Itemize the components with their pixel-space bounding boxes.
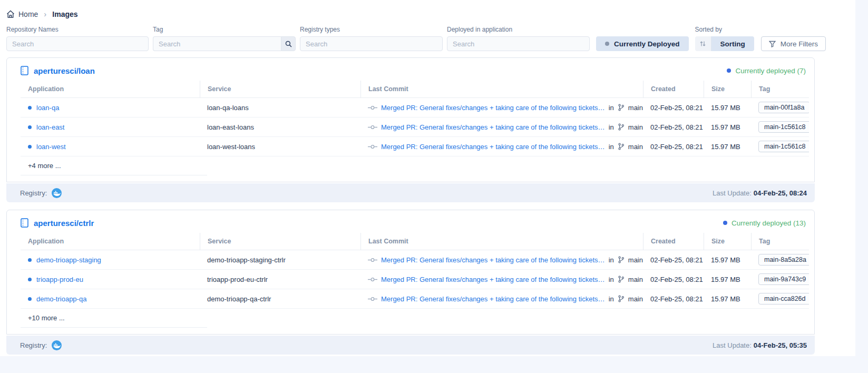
git-commit-icon: [368, 277, 377, 282]
size-value: 15.97 MB: [704, 276, 751, 283]
show-more-row[interactable]: +10 more ...: [21, 309, 207, 328]
registry-label: Registry:: [20, 341, 47, 349]
table-body: loan-qa loan-qa-loans Merged PR: General…: [21, 98, 809, 156]
application-link[interactable]: loan-qa: [36, 104, 59, 112]
table-row: loan-west loan-west-loans Merged PR: Gen…: [21, 137, 809, 156]
git-branch-icon: [618, 123, 625, 131]
in-label: in: [609, 276, 614, 283]
last-commit-cell: Merged PR: General fixes/changes + takin…: [360, 123, 643, 131]
last-update: Last Update:04-Feb-25, 05:35: [713, 341, 807, 349]
in-label: in: [609, 256, 614, 264]
commit-message-link[interactable]: Merged PR: General fixes/changes + takin…: [381, 104, 605, 112]
last-commit-cell: Merged PR: General fixes/changes + takin…: [360, 143, 643, 151]
tag-input[interactable]: [153, 36, 281, 51]
last-commit-cell: Merged PR: General fixes/changes + takin…: [360, 256, 643, 264]
deployed-status-label: Currently deployed (13): [732, 219, 806, 227]
repository-icon: [21, 218, 28, 228]
branch-name: main: [628, 276, 643, 283]
sorting-label: Sorting: [711, 36, 754, 51]
breadcrumb-home-link[interactable]: Home: [6, 10, 38, 18]
col-header-created: Created: [643, 233, 704, 250]
git-branch-icon: [618, 256, 625, 263]
tag-badge: main-1c561c8: [758, 141, 809, 152]
commit-message-link[interactable]: Merged PR: General fixes/changes + takin…: [381, 295, 605, 303]
git-commit-icon: [368, 258, 377, 262]
created-value: 02-Feb-25, 08:21: [643, 143, 704, 151]
docker-registry-icon: [52, 340, 62, 350]
application-link[interactable]: loan-east: [36, 123, 64, 131]
application-link[interactable]: trioapp-prod-eu: [36, 276, 83, 283]
branch-name: main: [628, 256, 643, 264]
commit-message-link[interactable]: Merged PR: General fixes/changes + takin…: [381, 276, 605, 283]
git-branch-icon: [618, 276, 625, 283]
git-commit-icon: [368, 144, 377, 149]
application-link[interactable]: demo-trioapp-staging: [36, 256, 101, 264]
images-table: Application Service Last Commit Created …: [21, 81, 809, 182]
col-header-tag: Tag: [751, 233, 809, 250]
git-commit-icon: [368, 297, 377, 301]
last-update-label: Last Update:: [713, 189, 752, 197]
col-header-last-commit: Last Commit: [360, 233, 643, 250]
repository-name-link[interactable]: aperturesci/loan: [34, 66, 95, 75]
table-row: trioapp-prod-eu trioapp-prod-eu-ctrlr Me…: [21, 270, 809, 289]
application-link[interactable]: loan-west: [36, 143, 66, 151]
tag-badge: main-00f1a8a: [758, 102, 809, 113]
commit-message-link[interactable]: Merged PR: General fixes/changes + takin…: [381, 256, 605, 264]
last-commit-cell: Merged PR: General fixes/changes + takin…: [360, 276, 643, 283]
page-container: Home › Images Repository Names Tag: [0, 0, 855, 356]
service-name: loan-west-loans: [200, 143, 360, 151]
application-dot-icon: [28, 297, 32, 301]
registry-types-input[interactable]: [300, 36, 443, 51]
card-footer: Registry: Last Update:04: [6, 183, 815, 202]
deployed-in-application-input[interactable]: [447, 36, 590, 51]
sorting-control[interactable]: Sorting: [695, 36, 754, 51]
repository-icon: [21, 66, 28, 75]
commit-message-link[interactable]: Merged PR: General fixes/changes + takin…: [381, 123, 605, 131]
last-update: Last Update:04-Feb-25, 08:24: [713, 189, 807, 197]
repository-name-link[interactable]: aperturesci/ctrlr: [34, 219, 94, 228]
last-update-label: Last Update:: [713, 341, 752, 349]
tag-badge: main-cca826d: [758, 293, 809, 305]
deployed-in-application-label: Deployed in application: [447, 26, 590, 33]
registry-info: Registry:: [20, 188, 62, 198]
git-branch-icon: [618, 104, 625, 111]
table-row: loan-qa loan-qa-loans Merged PR: General…: [21, 98, 809, 117]
branch-name: main: [628, 104, 643, 112]
repository-names-input[interactable]: [6, 36, 149, 51]
repository-card: aperturesci/loan Currently deployed (7) …: [6, 57, 815, 202]
application-link[interactable]: demo-trioapp-qa: [36, 295, 86, 303]
filter-deployed-in-application: Deployed in application: [447, 26, 590, 51]
application-dot-icon: [28, 258, 32, 262]
service-name: demo-trioapp-qa-ctrlr: [200, 295, 360, 303]
status-dot-icon: [723, 221, 727, 225]
commit-message-link[interactable]: Merged PR: General fixes/changes + takin…: [381, 143, 605, 151]
col-header-service: Service: [200, 81, 360, 97]
created-value: 02-Feb-25, 08:21: [643, 295, 704, 303]
funnel-icon: [769, 41, 776, 47]
col-header-application: Application: [21, 81, 200, 97]
status-dot-icon: [727, 68, 731, 73]
sort-direction-icon: [695, 36, 711, 51]
tag-search-button[interactable]: [281, 36, 296, 51]
filter-tag: Tag: [153, 26, 296, 51]
registry-info: Registry:: [20, 340, 62, 350]
in-label: in: [609, 143, 614, 151]
last-commit-cell: Merged PR: General fixes/changes + takin…: [360, 104, 643, 112]
table-header-row: Application Service Last Commit Created …: [21, 81, 809, 98]
tag-badge: main-9a743c9: [758, 273, 809, 285]
docker-registry-icon: [52, 188, 62, 198]
currently-deployed-toggle[interactable]: Currently Deployed: [596, 36, 689, 51]
card-footer: Registry: Last Update:04: [6, 336, 815, 355]
git-commit-icon: [368, 125, 377, 130]
more-filters-button[interactable]: More Filters: [761, 36, 826, 51]
show-more-row[interactable]: +4 more ...: [21, 156, 207, 175]
created-value: 02-Feb-25, 08:21: [643, 276, 704, 283]
sorted-by-group: Sorted by Sorting: [695, 26, 754, 51]
toggle-dot-icon: [605, 42, 609, 46]
more-filters-label: More Filters: [781, 40, 818, 48]
col-header-application: Application: [21, 233, 200, 250]
in-label: in: [609, 104, 614, 112]
show-more-label: +4 more ...: [28, 162, 61, 170]
search-icon: [285, 41, 292, 47]
application-dot-icon: [28, 145, 32, 149]
